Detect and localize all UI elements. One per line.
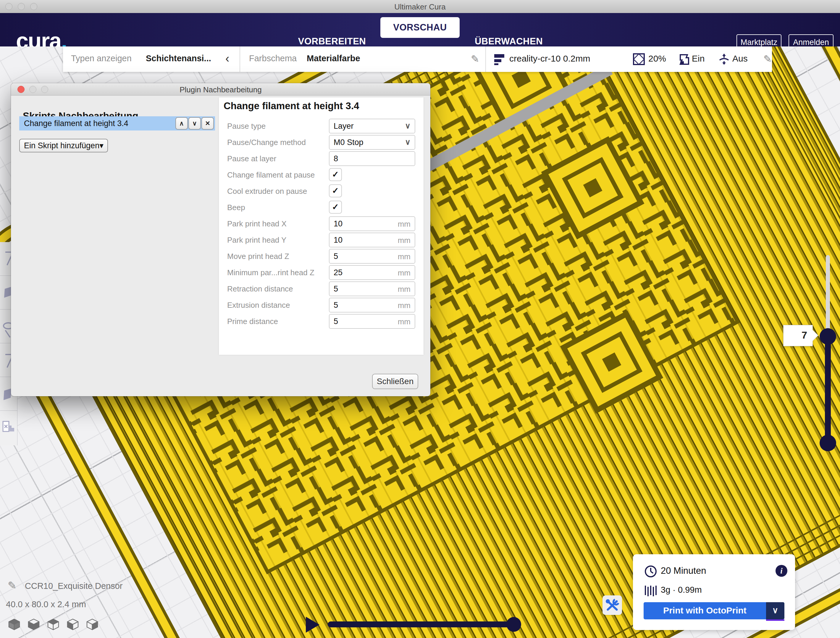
field-row-minimum-par-rint-head-z: Minimum par...rint head Z25mm	[219, 265, 423, 280]
hammer-wrench-icon	[603, 595, 622, 615]
script-settings-card: Change filament at height 3.4 Pause type…	[219, 97, 423, 355]
print-button-label: Print with OctoPrint	[644, 605, 766, 616]
field-value: 5	[334, 252, 338, 261]
field-row-retraction-distance: Retraction distance5mm	[219, 282, 423, 296]
field-value: Layer	[334, 122, 354, 131]
move-print-head-z-input[interactable]: 5mm	[329, 249, 415, 264]
field-label: Cool extruder on pause	[227, 187, 307, 196]
layer-slider-top-handle[interactable]	[819, 328, 836, 345]
cool-extruder-on-pause-checkbox[interactable]: ✓	[329, 184, 342, 197]
settings-heading: Change filament at height 3.4	[224, 100, 359, 112]
edit-print-settings-pencil-icon[interactable]: ✎	[763, 53, 772, 65]
dialog-title: Plugin Nachbearbeitung	[11, 85, 430, 94]
view-right-button[interactable]	[86, 618, 99, 631]
park-print-head-x-input[interactable]: 10mm	[329, 216, 415, 231]
selected-script-row[interactable]: Change filament at height 3.4 ∧ ∨ ✕	[19, 116, 215, 130]
field-unit: mm	[398, 252, 411, 261]
view-top-button[interactable]	[47, 618, 60, 631]
pause-type-select[interactable]: Layer∨	[329, 119, 415, 133]
field-value: 10	[334, 219, 343, 228]
park-print-head-y-input[interactable]: 10mm	[329, 233, 415, 247]
adhesion-value[interactable]: Aus	[732, 54, 748, 63]
ultimaker-cura-window: { "titlebar": { "title": "Ultimaker Cura…	[0, 0, 840, 638]
checkmark-icon: ✓	[332, 186, 339, 195]
print-with-octoprint-button[interactable]: Print with OctoPrint ∨	[644, 602, 785, 619]
print-options-dropdown[interactable]: ∨	[766, 602, 785, 619]
toolbar-divider	[240, 46, 240, 72]
view-3d-button[interactable]	[8, 618, 21, 631]
field-row-extrusion-distance: Extrusion distance5mm	[219, 298, 423, 312]
pause-change-method-select[interactable]: M0 Stop∨	[329, 135, 415, 150]
layer-slider-range[interactable]	[825, 336, 831, 443]
field-row-park-print-head-y: Park print head Y10mm	[219, 233, 423, 247]
window-title: Ultimaker Cura	[0, 2, 840, 11]
field-value: 8	[334, 154, 338, 163]
color-scheme-label: Farbschema	[249, 54, 297, 63]
field-label: Park print head Y	[227, 236, 286, 245]
field-value: 10	[334, 236, 343, 245]
change-filament-at-pause-checkbox[interactable]: ✓	[329, 168, 342, 181]
tab-ueberwachen[interactable]: ÜBERWACHEN	[473, 35, 544, 48]
selected-script-label: Change filament at height 3.4	[24, 119, 128, 128]
prime-distance-input[interactable]: 5mm	[329, 314, 415, 329]
move-script-up-button[interactable]: ∧	[175, 117, 188, 130]
simulation-play-icon[interactable]	[306, 617, 319, 633]
field-row-change-filament-at-pause: Change filament at pause✓	[219, 168, 423, 182]
field-label: Pause/Change method	[227, 138, 306, 147]
field-unit: mm	[398, 301, 411, 310]
dialog-titlebar[interactable]: Plugin Nachbearbeitung	[11, 83, 430, 96]
retraction-distance-input[interactable]: 5mm	[329, 282, 415, 296]
field-row-pause-at-layer: Pause at layer8	[219, 151, 423, 166]
view-type-dropdown[interactable]: Schichtenansi...	[146, 54, 211, 63]
field-label: Park print head X	[227, 219, 287, 228]
field-row-pause-type: Pause typeLayer∨	[219, 119, 423, 133]
field-row-beep: Beep✓	[219, 200, 423, 215]
checkmark-icon: ✓	[332, 203, 339, 212]
stage-toolbar: Typen anzeigen Schichtenansi... ‹ Farbsc…	[63, 46, 772, 72]
collapse-chevron-icon[interactable]: ‹	[226, 52, 229, 65]
tab-vorbereiten[interactable]: VORBEREITEN	[297, 35, 367, 48]
info-icon[interactable]: i	[775, 565, 787, 577]
rename-model-pencil-icon[interactable]: ✎	[8, 579, 17, 592]
field-row-cool-extruder-on-pause: Cool extruder on pause✓	[219, 184, 423, 199]
model-name: CCR10_Exquisite Densor	[25, 581, 122, 591]
path-slider-track[interactable]	[328, 621, 517, 627]
chevron-down-icon: ∨	[772, 606, 778, 615]
support-icon	[679, 53, 690, 65]
tool-support-blocker-button[interactable]	[0, 411, 17, 445]
field-label: Minimum par...rint head Z	[227, 268, 314, 277]
color-scheme-dropdown[interactable]: Materialfarbe	[307, 54, 360, 63]
field-value: 5	[334, 317, 338, 326]
path-slider-handle[interactable]	[506, 617, 521, 632]
view-left-button[interactable]	[66, 618, 79, 631]
field-row-park-print-head-x: Park print head X10mm	[219, 216, 423, 231]
monitor-tools-button[interactable]	[603, 595, 622, 615]
minimum-par-rint-head-z-input[interactable]: 25mm	[329, 265, 415, 280]
field-row-pause-change-method: Pause/Change methodM0 Stop∨	[219, 135, 423, 150]
pause-at-layer-input[interactable]: 8	[329, 151, 415, 166]
printer-profile-button[interactable]: creality-cr-10 0.2mm	[509, 54, 590, 63]
infill-value[interactable]: 20%	[648, 54, 666, 63]
extrusion-distance-input[interactable]: 5mm	[329, 298, 415, 312]
layer-slider-bottom-handle[interactable]	[819, 435, 836, 451]
tab-vorschau[interactable]: VORSCHAU	[381, 17, 459, 38]
edit-view-pencil-icon[interactable]: ✎	[471, 53, 480, 65]
chevron-down-icon: ∨	[405, 121, 411, 130]
checkmark-icon: ✓	[332, 170, 339, 179]
move-script-down-button[interactable]: ∨	[188, 117, 201, 130]
macos-titlebar[interactable]: Ultimaker Cura	[0, 0, 840, 13]
view-type-label: Typen anzeigen	[71, 54, 132, 63]
layer-number: 7	[802, 329, 807, 341]
layer-indicator-flag: 7	[783, 325, 813, 346]
add-script-dropdown[interactable]: Ein Skript hinzufügen▾	[19, 139, 108, 152]
remove-script-button[interactable]: ✕	[201, 117, 214, 130]
field-label: Pause type	[227, 122, 265, 131]
field-unit: mm	[398, 220, 411, 229]
support-value[interactable]: Ein	[692, 54, 704, 63]
dialog-close-action-button[interactable]: Schließen	[372, 374, 418, 389]
print-options-accent	[766, 619, 785, 621]
field-label: Prime distance	[227, 317, 278, 326]
clock-icon	[644, 565, 657, 578]
view-front-button[interactable]	[27, 618, 40, 631]
beep-checkbox[interactable]: ✓	[329, 201, 342, 214]
